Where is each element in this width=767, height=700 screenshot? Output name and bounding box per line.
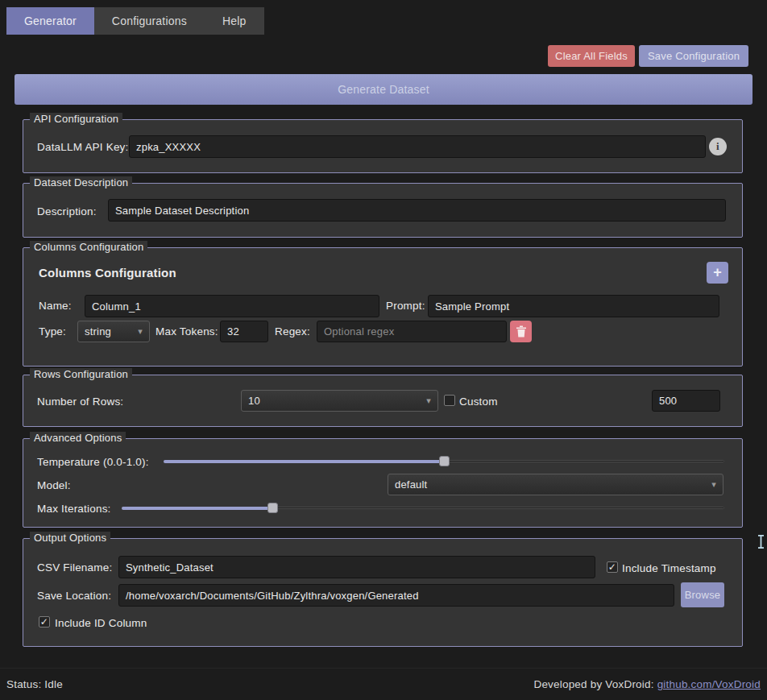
include-timestamp-label: Include Timestamp bbox=[622, 562, 716, 574]
columns-configuration-section: Columns Configuration Columns Configurat… bbox=[23, 247, 743, 367]
model-dropdown[interactable]: default ▾ bbox=[388, 474, 723, 495]
regex-input[interactable]: Optional regex bbox=[317, 321, 507, 342]
status-text: Status: Idle bbox=[6, 678, 63, 690]
tab-configurations[interactable]: Configurations bbox=[94, 7, 205, 35]
model-label: Model: bbox=[37, 479, 71, 491]
check-icon: ✓ bbox=[40, 617, 48, 627]
credit-text: Developed by VoxDroid: github.com/VoxDro… bbox=[533, 678, 761, 690]
chevron-down-icon: ▾ bbox=[138, 325, 143, 336]
output-options-section: Output Options CSV Filename: Synthetic_D… bbox=[23, 538, 743, 647]
column-prompt-input[interactable]: Sample Prompt bbox=[428, 295, 719, 317]
app-window: Generator Configurations Help Clear All … bbox=[0, 0, 767, 700]
include-timestamp-checkbox[interactable]: ✓ bbox=[607, 561, 618, 573]
section-title: Output Options bbox=[30, 532, 110, 544]
custom-checkbox[interactable] bbox=[444, 395, 455, 406]
number-of-rows-dropdown[interactable]: 10 ▾ bbox=[241, 390, 438, 412]
slider-fill bbox=[164, 460, 444, 463]
api-key-input[interactable]: zpka_XXXXX bbox=[129, 135, 706, 158]
model-value: default bbox=[395, 478, 427, 491]
chevron-down-icon: ▾ bbox=[426, 395, 431, 405]
advanced-options-section: Advanced Options Temperature (0.0-1.0): … bbox=[23, 438, 743, 528]
column-name-label: Name: bbox=[39, 300, 72, 312]
slider-handle[interactable] bbox=[439, 456, 450, 466]
github-link[interactable]: github.com/VoxDroid bbox=[657, 678, 761, 690]
description-value: Sample Dataset Description bbox=[115, 205, 249, 217]
max-iterations-slider[interactable] bbox=[122, 503, 724, 513]
tab-help[interactable]: Help bbox=[205, 7, 264, 35]
section-title: Advanced Options bbox=[30, 432, 126, 444]
section-title: API Configuration bbox=[30, 113, 122, 125]
api-key-value: zpka_XXXXX bbox=[136, 141, 201, 153]
temperature-label: Temperature (0.0-1.0): bbox=[37, 456, 149, 468]
generate-dataset-button[interactable]: Generate Dataset bbox=[15, 74, 752, 105]
custom-rows-value: 500 bbox=[659, 395, 677, 407]
tab-generator-label: Generator bbox=[24, 14, 77, 27]
save-location-value: /home/voxarch/Documents/GitHub/Zylthra/v… bbox=[126, 590, 419, 602]
column-prompt-value: Sample Prompt bbox=[435, 300, 509, 313]
tab-help-label: Help bbox=[222, 14, 247, 27]
section-title: Dataset Description bbox=[30, 176, 132, 188]
clear-all-fields-button[interactable]: Clear All Fields bbox=[548, 45, 635, 67]
description-input[interactable]: Sample Dataset Description bbox=[108, 199, 726, 222]
rows-configuration-section: Rows Configuration Number of Rows: 10 ▾ … bbox=[23, 375, 743, 427]
regex-placeholder: Optional regex bbox=[324, 325, 394, 338]
status-bar: Status: Idle Developed by VoxDroid: gith… bbox=[0, 668, 767, 700]
column-prompt-label: Prompt: bbox=[386, 300, 425, 312]
include-id-column-label: Include ID Column bbox=[55, 617, 147, 629]
add-column-button[interactable]: + bbox=[707, 262, 728, 284]
custom-label: Custom bbox=[459, 396, 498, 408]
column-type-dropdown[interactable]: string ▾ bbox=[77, 321, 150, 342]
save-configuration-button[interactable]: Save Configuration bbox=[639, 45, 748, 67]
dataset-description-section: Dataset Description Description: Sample … bbox=[23, 183, 743, 238]
slider-handle[interactable] bbox=[267, 503, 278, 513]
tab-configurations-label: Configurations bbox=[112, 14, 187, 27]
regex-label: Regex: bbox=[275, 325, 310, 338]
csv-filename-input[interactable]: Synthetic_Dataset bbox=[118, 556, 595, 578]
max-tokens-input[interactable]: 32 bbox=[220, 321, 268, 342]
info-icon[interactable]: i bbox=[709, 138, 727, 155]
save-location-input[interactable]: /home/voxarch/Documents/GitHub/Zylthra/v… bbox=[118, 584, 674, 607]
text-cursor bbox=[757, 535, 765, 549]
description-label: Description: bbox=[37, 205, 97, 217]
delete-column-button[interactable] bbox=[510, 321, 532, 342]
slider-fill bbox=[122, 507, 272, 510]
csv-filename-label: CSV Filename: bbox=[37, 561, 112, 574]
custom-rows-input[interactable]: 500 bbox=[652, 390, 720, 412]
include-id-column-checkbox[interactable]: ✓ bbox=[39, 616, 50, 628]
tab-generator[interactable]: Generator bbox=[6, 7, 94, 35]
browse-button[interactable]: Browse bbox=[681, 582, 724, 607]
max-iterations-label: Max Iterations: bbox=[37, 503, 111, 515]
column-name-value: Column_1 bbox=[92, 300, 141, 313]
column-type-label: Type: bbox=[39, 325, 66, 338]
max-tokens-label: Max Tokens: bbox=[155, 325, 218, 338]
max-tokens-value: 32 bbox=[227, 325, 239, 338]
chevron-down-icon: ▾ bbox=[711, 478, 716, 489]
section-title: Rows Configuration bbox=[30, 368, 132, 380]
column-name-input[interactable]: Column_1 bbox=[85, 295, 379, 317]
columns-header: Columns Configuration bbox=[39, 266, 176, 280]
check-icon: ✓ bbox=[608, 562, 616, 572]
csv-filename-value: Synthetic_Dataset bbox=[126, 561, 214, 574]
developed-by-text: Developed by VoxDroid: bbox=[533, 678, 657, 690]
trash-icon bbox=[516, 325, 527, 338]
plus-icon: + bbox=[713, 264, 722, 281]
temperature-slider[interactable] bbox=[164, 456, 724, 466]
number-of-rows-label: Number of Rows: bbox=[37, 396, 123, 408]
api-configuration-section: API Configuration DataLLM API Key: zpka_… bbox=[23, 119, 743, 173]
section-title: Columns Configuration bbox=[30, 241, 147, 253]
number-of-rows-value: 10 bbox=[248, 395, 260, 407]
tab-bar: Generator Configurations Help bbox=[6, 7, 264, 35]
save-location-label: Save Location: bbox=[37, 590, 111, 602]
api-key-label: DataLLM API Key: bbox=[37, 141, 129, 153]
column-type-value: string bbox=[85, 325, 111, 338]
